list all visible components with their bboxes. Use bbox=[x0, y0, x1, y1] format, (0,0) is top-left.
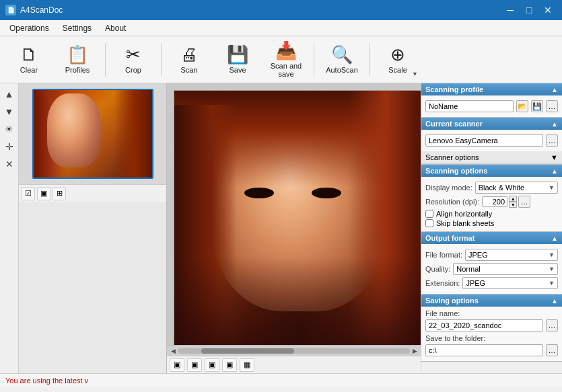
scale-label: Scale bbox=[388, 66, 407, 74]
file-name-menu-btn[interactable]: … bbox=[546, 319, 558, 331]
resolution-menu-btn[interactable]: … bbox=[518, 196, 530, 208]
main-image bbox=[174, 91, 421, 345]
thumb-grid-btn[interactable]: ⊞ bbox=[52, 187, 66, 200]
view-single-btn[interactable]: ▣ bbox=[170, 358, 184, 372]
current-scanner-arrow-icon: ▲ bbox=[551, 120, 558, 128]
saving-options-arrow-icon: ▲ bbox=[551, 297, 558, 305]
tool-brightness-button[interactable]: ☀ bbox=[1, 121, 17, 137]
menu-settings[interactable]: Settings bbox=[56, 22, 98, 34]
window-title: A4ScanDoc bbox=[20, 5, 63, 15]
saving-options-content: File name: 22_03_2020_scandoc … Save to … bbox=[421, 307, 562, 361]
thumbnail-panel-container: ☑ ▣ ⊞ bbox=[19, 83, 167, 373]
scroll-left-button[interactable]: ◀ bbox=[168, 346, 178, 356]
quality-select[interactable]: Normal ▼ bbox=[453, 263, 558, 275]
extension-select[interactable]: JPEG ▼ bbox=[462, 277, 558, 289]
status-message: You are using the latest v bbox=[5, 377, 88, 385]
right-panel: Scanning profile ▲ NoName 📂 💾 … Current … bbox=[421, 83, 562, 373]
thumb-face bbox=[47, 93, 101, 167]
maximize-button[interactable]: □ bbox=[520, 3, 538, 17]
save-label: Save bbox=[229, 66, 246, 74]
scanning-options-arrow-icon: ▲ bbox=[551, 167, 558, 175]
menu-operations[interactable]: Operations bbox=[3, 22, 56, 34]
thumb-single-btn[interactable]: ▣ bbox=[37, 187, 50, 200]
file-format-select[interactable]: JPEG ▼ bbox=[465, 249, 558, 261]
view-dual-btn[interactable]: ▣ bbox=[187, 358, 202, 372]
profiles-button[interactable]: 📋 Profiles bbox=[54, 39, 101, 81]
scanner-options-row: Scanner options ▼ bbox=[421, 151, 562, 164]
file-name-value[interactable]: 22_03_2020_scandoc bbox=[425, 319, 543, 331]
titlebar: 📄 A4ScanDoc ─ □ ✕ bbox=[0, 0, 562, 20]
tool-eraser-button[interactable]: ✕ bbox=[1, 156, 17, 172]
profile-open-btn[interactable]: 📂 bbox=[516, 100, 528, 112]
current-scanner-content: Lenovo EasyCamera … bbox=[421, 130, 562, 151]
save-button[interactable]: 💾 Save bbox=[214, 39, 261, 81]
file-name-row: 22_03_2020_scandoc … bbox=[425, 319, 558, 331]
display-mode-value: Black & White bbox=[479, 184, 524, 192]
display-mode-select[interactable]: Black & White ▼ bbox=[475, 182, 558, 194]
skip-blank-checkbox[interactable] bbox=[425, 219, 433, 227]
save-folder-browse-btn[interactable]: … bbox=[546, 344, 558, 356]
current-scanner-section: Current scanner ▲ Lenovo EasyCamera … Sc… bbox=[421, 118, 562, 165]
profile-save-btn[interactable]: 💾 bbox=[531, 100, 543, 112]
toolbar: 🗋 Clear 📋 Profiles ✂ Crop 🖨 Scan 💾 Save … bbox=[0, 36, 562, 83]
scale-icon: ⊕ bbox=[390, 46, 405, 63]
scanning-options-section: Scanning options ▲ Display mode: Black &… bbox=[421, 165, 562, 232]
saving-options-section: Saving options ▲ File name: 22_03_2020_s… bbox=[421, 295, 562, 362]
autoscan-button[interactable]: 🔍 AutoScan bbox=[318, 39, 365, 81]
scanner-name-row: Lenovo EasyCamera … bbox=[425, 134, 558, 147]
tool-crosshair-button[interactable]: ✛ bbox=[1, 139, 17, 155]
scanning-profile-name[interactable]: NoName bbox=[425, 100, 514, 112]
menu-about[interactable]: About bbox=[98, 22, 133, 34]
output-format-title: Output format bbox=[425, 234, 475, 242]
view-quad-btn[interactable]: ▣ bbox=[222, 358, 237, 372]
current-scanner-header: Current scanner ▲ bbox=[421, 118, 562, 130]
thumbnail-item[interactable] bbox=[32, 89, 153, 179]
scale-arrow-icon: ▼ bbox=[412, 71, 418, 77]
minimize-button[interactable]: ─ bbox=[501, 3, 519, 17]
scale-button[interactable]: ⊕ Scale ▼ bbox=[374, 39, 421, 81]
output-format-header: Output format ▲ bbox=[421, 232, 562, 244]
clear-button[interactable]: 🗋 Clear bbox=[5, 39, 52, 81]
extension-arrow-icon: ▼ bbox=[549, 280, 555, 286]
align-horizontally-label: Align horizontally bbox=[436, 210, 492, 218]
extension-value: JPEG bbox=[466, 279, 485, 287]
scanning-options-title: Scanning options bbox=[425, 167, 487, 175]
resolution-down-btn[interactable]: ▼ bbox=[509, 202, 517, 208]
scan-button[interactable]: 🖨 Scan bbox=[166, 39, 213, 81]
file-name-label: File name: bbox=[425, 309, 558, 317]
file-format-row: File format: JPEG ▼ bbox=[425, 249, 558, 261]
saving-options-title: Saving options bbox=[425, 297, 479, 305]
toolbar-separator-1 bbox=[105, 43, 106, 77]
scroll-right-button[interactable]: ▶ bbox=[410, 346, 419, 356]
skip-blank-row: Skip blank sheets bbox=[425, 219, 558, 227]
menubar: Operations Settings About bbox=[0, 20, 562, 36]
hscroll-thumb bbox=[201, 348, 294, 354]
toolbar-separator-3 bbox=[314, 43, 314, 77]
tool-up-button[interactable]: ▲ bbox=[1, 86, 17, 102]
resolution-input[interactable] bbox=[482, 196, 507, 207]
left-tools: ▲ ▼ ☀ ✛ ✕ bbox=[0, 83, 19, 373]
profiles-icon: 📋 bbox=[67, 46, 88, 63]
view-triple-btn[interactable]: ▣ bbox=[205, 358, 219, 372]
close-button[interactable]: ✕ bbox=[539, 3, 557, 17]
hscroll-track[interactable] bbox=[178, 348, 410, 354]
quality-label: Quality: bbox=[425, 265, 450, 273]
canvas-scroll[interactable] bbox=[167, 83, 421, 345]
quality-arrow-icon: ▼ bbox=[549, 266, 555, 272]
output-format-arrow-icon: ▲ bbox=[551, 235, 558, 242]
extension-label: Extension: bbox=[425, 279, 460, 287]
save-icon: 💾 bbox=[227, 46, 248, 63]
thumbnail-panel bbox=[19, 83, 167, 184]
view-fit-btn[interactable]: ▦ bbox=[240, 358, 254, 372]
align-horizontally-checkbox[interactable] bbox=[425, 210, 433, 218]
resolution-up-btn[interactable]: ▲ bbox=[509, 196, 517, 202]
scan-and-save-button[interactable]: 📥 Scan and save bbox=[262, 39, 310, 81]
display-mode-row: Display mode: Black & White ▼ bbox=[425, 182, 558, 194]
profile-menu-btn[interactable]: … bbox=[546, 100, 558, 112]
toolbar-separator-2 bbox=[161, 43, 162, 77]
crop-button[interactable]: ✂ Crop bbox=[110, 39, 157, 81]
thumb-checkbox-btn[interactable]: ☑ bbox=[22, 187, 35, 200]
clear-icon: 🗋 bbox=[20, 46, 38, 63]
tool-down-button[interactable]: ▼ bbox=[1, 104, 17, 120]
scanner-menu-btn[interactable]: … bbox=[546, 134, 558, 147]
